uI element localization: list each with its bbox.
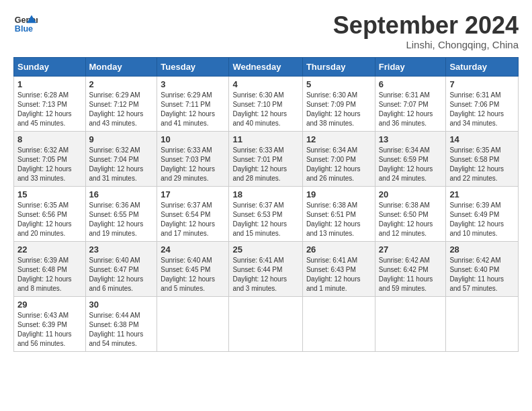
table-row: 17Sunrise: 6:37 AMSunset: 6:54 PMDayligh… (157, 186, 229, 241)
day-number: 1 (17, 79, 82, 89)
day-info: Sunrise: 6:38 AMSunset: 6:50 PMDaylight:… (379, 201, 443, 238)
title-block: September 2024 Linshi, Chongqing, China (333, 12, 519, 50)
logo-icon: General Blue (13, 12, 38, 36)
table-row: 1Sunrise: 6:28 AMSunset: 7:13 PMDaylight… (14, 76, 86, 131)
day-info: Sunrise: 6:33 AMSunset: 7:03 PMDaylight:… (161, 146, 225, 183)
month-title: September 2024 (333, 12, 519, 39)
logo: General Blue (13, 12, 38, 36)
table-row: 8Sunrise: 6:32 AMSunset: 7:05 PMDaylight… (14, 131, 86, 186)
day-info: Sunrise: 6:35 AMSunset: 6:56 PMDaylight:… (17, 201, 82, 238)
day-info: Sunrise: 6:35 AMSunset: 6:58 PMDaylight:… (449, 146, 515, 183)
day-info: Sunrise: 6:40 AMSunset: 6:45 PMDaylight:… (161, 256, 225, 293)
table-row: 10Sunrise: 6:33 AMSunset: 7:03 PMDayligh… (157, 131, 229, 186)
day-number: 12 (306, 134, 371, 144)
day-info: Sunrise: 6:37 AMSunset: 6:54 PMDaylight:… (161, 201, 225, 238)
day-number: 18 (232, 189, 298, 199)
day-number: 30 (89, 300, 154, 310)
day-info: Sunrise: 6:36 AMSunset: 6:55 PMDaylight:… (89, 201, 154, 238)
col-thursday: Thursday (302, 57, 375, 76)
table-row: 11Sunrise: 6:33 AMSunset: 7:01 PMDayligh… (229, 131, 302, 186)
table-row (302, 296, 375, 351)
day-number: 13 (379, 134, 443, 144)
table-row: 28Sunrise: 6:42 AMSunset: 6:40 PMDayligh… (446, 241, 519, 296)
table-row (157, 296, 229, 351)
day-info: Sunrise: 6:39 AMSunset: 6:48 PMDaylight:… (17, 256, 82, 293)
day-info: Sunrise: 6:32 AMSunset: 7:04 PMDaylight:… (89, 146, 154, 183)
day-number: 24 (161, 244, 225, 255)
day-info: Sunrise: 6:41 AMSunset: 6:43 PMDaylight:… (306, 256, 371, 293)
table-row: 2Sunrise: 6:29 AMSunset: 7:12 PMDaylight… (85, 76, 157, 131)
col-friday: Friday (375, 57, 446, 76)
table-row: 24Sunrise: 6:40 AMSunset: 6:45 PMDayligh… (157, 241, 229, 296)
day-number: 19 (306, 189, 371, 199)
day-info: Sunrise: 6:44 AMSunset: 6:38 PMDaylight:… (89, 311, 154, 349)
table-row: 26Sunrise: 6:41 AMSunset: 6:43 PMDayligh… (302, 241, 375, 296)
day-number: 9 (89, 134, 154, 144)
table-row: 21Sunrise: 6:39 AMSunset: 6:49 PMDayligh… (446, 186, 519, 241)
day-number: 4 (232, 79, 298, 89)
day-info: Sunrise: 6:42 AMSunset: 6:40 PMDaylight:… (449, 256, 515, 293)
day-info: Sunrise: 6:43 AMSunset: 6:39 PMDaylight:… (17, 311, 82, 349)
day-number: 7 (449, 79, 515, 89)
table-row: 22Sunrise: 6:39 AMSunset: 6:48 PMDayligh… (14, 241, 86, 296)
day-number: 23 (89, 244, 154, 255)
table-row: 14Sunrise: 6:35 AMSunset: 6:58 PMDayligh… (446, 131, 519, 186)
day-number: 28 (449, 244, 515, 255)
calendar-row: 1Sunrise: 6:28 AMSunset: 7:13 PMDaylight… (14, 76, 519, 131)
day-info: Sunrise: 6:33 AMSunset: 7:01 PMDaylight:… (232, 146, 298, 183)
table-row (446, 296, 519, 351)
day-number: 2 (89, 79, 154, 89)
day-number: 26 (306, 244, 371, 255)
day-number: 11 (232, 134, 298, 144)
day-number: 21 (449, 189, 515, 199)
calendar-row: 8Sunrise: 6:32 AMSunset: 7:05 PMDaylight… (14, 131, 519, 186)
day-number: 29 (17, 300, 82, 310)
day-info: Sunrise: 6:30 AMSunset: 7:09 PMDaylight:… (306, 91, 371, 128)
header: General Blue September 2024 Linshi, Chon… (13, 12, 519, 50)
day-number: 15 (17, 189, 82, 199)
table-row: 29Sunrise: 6:43 AMSunset: 6:39 PMDayligh… (14, 296, 86, 351)
table-row: 6Sunrise: 6:31 AMSunset: 7:07 PMDaylight… (375, 76, 446, 131)
day-number: 27 (379, 244, 443, 255)
day-info: Sunrise: 6:29 AMSunset: 7:12 PMDaylight:… (89, 91, 154, 128)
table-row: 19Sunrise: 6:38 AMSunset: 6:51 PMDayligh… (302, 186, 375, 241)
day-number: 20 (379, 189, 443, 199)
day-info: Sunrise: 6:38 AMSunset: 6:51 PMDaylight:… (306, 201, 371, 238)
table-row: 23Sunrise: 6:40 AMSunset: 6:47 PMDayligh… (85, 241, 157, 296)
day-number: 6 (379, 79, 443, 89)
col-tuesday: Tuesday (157, 57, 229, 76)
table-row: 5Sunrise: 6:30 AMSunset: 7:09 PMDaylight… (302, 76, 375, 131)
day-number: 17 (161, 189, 225, 199)
table-row: 25Sunrise: 6:41 AMSunset: 6:44 PMDayligh… (229, 241, 302, 296)
col-wednesday: Wednesday (229, 57, 302, 76)
day-info: Sunrise: 6:29 AMSunset: 7:11 PMDaylight:… (161, 91, 225, 128)
day-info: Sunrise: 6:31 AMSunset: 7:06 PMDaylight:… (449, 91, 515, 128)
calendar-header-row: Sunday Monday Tuesday Wednesday Thursday… (14, 57, 519, 76)
table-row: 27Sunrise: 6:42 AMSunset: 6:42 PMDayligh… (375, 241, 446, 296)
svg-text:Blue: Blue (15, 24, 33, 34)
day-info: Sunrise: 6:32 AMSunset: 7:05 PMDaylight:… (17, 146, 82, 183)
day-number: 10 (161, 134, 225, 144)
table-row: 4Sunrise: 6:30 AMSunset: 7:10 PMDaylight… (229, 76, 302, 131)
day-info: Sunrise: 6:42 AMSunset: 6:42 PMDaylight:… (379, 256, 443, 293)
table-row: 18Sunrise: 6:37 AMSunset: 6:53 PMDayligh… (229, 186, 302, 241)
table-row: 3Sunrise: 6:29 AMSunset: 7:11 PMDaylight… (157, 76, 229, 131)
day-info: Sunrise: 6:39 AMSunset: 6:49 PMDaylight:… (449, 201, 515, 238)
day-number: 5 (306, 79, 371, 89)
table-row: 16Sunrise: 6:36 AMSunset: 6:55 PMDayligh… (85, 186, 157, 241)
calendar-row: 22Sunrise: 6:39 AMSunset: 6:48 PMDayligh… (14, 241, 519, 296)
col-saturday: Saturday (446, 57, 519, 76)
day-number: 8 (17, 134, 82, 144)
calendar-row: 29Sunrise: 6:43 AMSunset: 6:39 PMDayligh… (14, 296, 519, 351)
day-number: 25 (232, 244, 298, 255)
day-info: Sunrise: 6:40 AMSunset: 6:47 PMDaylight:… (89, 256, 154, 293)
day-number: 16 (89, 189, 154, 199)
day-info: Sunrise: 6:34 AMSunset: 7:00 PMDaylight:… (306, 146, 371, 183)
col-monday: Monday (85, 57, 157, 76)
table-row: 15Sunrise: 6:35 AMSunset: 6:56 PMDayligh… (14, 186, 86, 241)
table-row (229, 296, 302, 351)
day-info: Sunrise: 6:41 AMSunset: 6:44 PMDaylight:… (232, 256, 298, 293)
table-row: 12Sunrise: 6:34 AMSunset: 7:00 PMDayligh… (302, 131, 375, 186)
table-row: 13Sunrise: 6:34 AMSunset: 6:59 PMDayligh… (375, 131, 446, 186)
subtitle: Linshi, Chongqing, China (333, 39, 519, 50)
